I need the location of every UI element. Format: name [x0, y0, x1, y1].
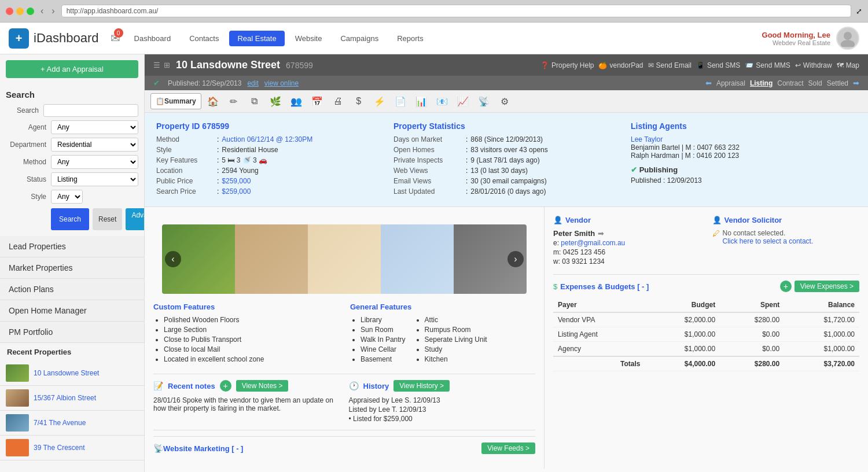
nav-real-estate[interactable]: Real Estate [229, 31, 284, 46]
recent-prop-item[interactable]: 39 The Crescent [0, 436, 144, 460]
property-title: 10 Lansdowne Street [176, 59, 280, 71]
avatar[interactable] [836, 27, 859, 50]
map-btn[interactable]: 🗺 Map [837, 61, 859, 69]
expenses-table-header: Payer Budget Spent Balance [553, 298, 859, 312]
view-history-button[interactable]: View History > [393, 380, 450, 392]
stage-appraisal[interactable]: Appraisal [716, 79, 745, 87]
vendorpad-btn[interactable]: 🍊 vendorPad [598, 61, 643, 69]
sidebar-item-action-plans[interactable]: Action Plans [0, 279, 144, 300]
back-button[interactable]: ‹ [39, 6, 45, 16]
gallery-next-button[interactable]: › [507, 251, 524, 267]
toolbar-btn-12[interactable]: 📊 [412, 93, 431, 109]
people-icon: 👥 [290, 96, 302, 107]
toolbar-btn-14[interactable]: 📈 [454, 93, 472, 109]
stage-next-arrow[interactable]: ➡ [853, 79, 859, 87]
gallery-prev-button[interactable]: ‹ [165, 251, 181, 267]
toolbar-btn-8[interactable]: 🖨 [329, 93, 347, 109]
view-feeds-button[interactable]: View Feeds > [481, 443, 535, 454]
stage-listing[interactable]: Listing [750, 79, 773, 87]
advanced-button[interactable]: Advanced ▶ [126, 208, 145, 230]
toolbar-btn-13[interactable]: 📧 [433, 93, 451, 109]
search-price-row: Search Price : $259,000 [156, 187, 382, 196]
totals-spent: $280.00 [720, 356, 784, 371]
totals-balance: $3,720.00 [784, 356, 859, 371]
stage-settled[interactable]: Settled [827, 79, 848, 87]
list-icon[interactable]: ☰ [153, 61, 160, 69]
recent-prop-name: 10 Lansdowne Street [34, 369, 99, 377]
published-check-icon: ✔ [153, 79, 160, 87]
toolbar-btn-4[interactable]: ⧉ [245, 93, 264, 109]
close-button[interactable] [6, 8, 13, 15]
vendor-work-row: w: 03 9321 1234 [553, 257, 701, 266]
toolbar-summary-btn[interactable]: 📋 Summary [150, 93, 201, 109]
grid-icon[interactable]: ⊞ [164, 61, 170, 69]
view-expenses-button[interactable]: View Expenses > [795, 281, 859, 292]
expenses-title-row: $ Expenses & Budgets [ - ] [553, 282, 649, 291]
toolbar-btn-7[interactable]: 📅 [308, 93, 326, 109]
url-bar[interactable]: http://app.idashboard.com.au/ [61, 5, 851, 17]
withdraw-btn[interactable]: ↩ Withdraw [795, 61, 832, 69]
stage-sold[interactable]: Sold [808, 79, 822, 87]
notification-bell[interactable]: ✉ 0 [111, 31, 120, 45]
toolbar-btn-6[interactable]: 👥 [287, 93, 306, 109]
toolbar-btn-10[interactable]: ⚡ [370, 93, 389, 109]
toolbar-btn-15[interactable]: 📡 [475, 93, 493, 109]
view-online-link[interactable]: view online [264, 79, 299, 87]
status-select[interactable]: Listing [51, 172, 138, 186]
method-select[interactable]: Any [51, 155, 138, 169]
search-input[interactable] [43, 104, 138, 117]
minimize-button[interactable] [16, 8, 24, 15]
expenses-actions: + View Expenses > [780, 281, 859, 292]
nav-contacts[interactable]: Contacts [181, 31, 227, 46]
table-row: Agency $1,000.00 $0.00 $1,000.00 [553, 342, 859, 357]
maximize-button[interactable] [27, 8, 34, 15]
vendor-email-link[interactable]: peter@gmail.com.au [561, 239, 625, 247]
stage-contract[interactable]: Contract [777, 79, 803, 87]
toolbar-btn-2[interactable]: 🏠 [204, 93, 222, 109]
recent-prop-item[interactable]: 15/367 Albion Street [0, 386, 144, 411]
sidebar-item-lead-properties[interactable]: Lead Properties [0, 236, 144, 257]
add-expense-button[interactable]: + [780, 281, 792, 292]
recent-prop-item[interactable]: 10 Lansdowne Street [0, 361, 144, 386]
toolbar-btn-16[interactable]: ⚙ [495, 93, 514, 109]
send-mms-btn[interactable]: 📨 Send MMS [745, 61, 790, 69]
method-row: Method Any [6, 155, 138, 169]
add-appraisal-button[interactable]: + Add an Appraisal [6, 60, 138, 78]
recent-prop-item[interactable]: 7/41 The Avenue [0, 411, 144, 436]
vendor-mobile: 0425 123 456 [563, 248, 605, 256]
toolbar-btn-3[interactable]: ✏ [225, 93, 243, 109]
agent-select[interactable]: Any [51, 120, 138, 134]
general-features-col: General Features Library Sun Room Walk I… [350, 303, 535, 365]
add-note-button[interactable]: + [220, 380, 231, 392]
nav-campaigns[interactable]: Campaigns [332, 31, 387, 46]
send-email-btn[interactable]: ✉ Send Email [648, 61, 692, 69]
nav-website[interactable]: Website [287, 31, 330, 46]
send-sms-btn[interactable]: 📱 Send SMS [696, 61, 740, 69]
balance-cell: $1,000.00 [784, 342, 859, 357]
col-balance: Balance [784, 298, 859, 312]
email-views-row: Email Views : 30 (30 email campaigns) [393, 177, 619, 185]
view-notes-button[interactable]: View Notes > [236, 380, 289, 392]
nav-reports[interactable]: Reports [389, 31, 432, 46]
stage-prev-arrow[interactable]: ⬅ [705, 79, 712, 87]
toolbar-btn-11[interactable]: 📄 [391, 93, 410, 109]
nav-dashboard[interactable]: Dashboard [126, 31, 179, 46]
toolbar-btn-5[interactable]: 🌿 [266, 93, 285, 109]
style-select[interactable]: Any [51, 190, 83, 204]
forward-button[interactable]: › [50, 6, 56, 16]
vendor-solicitor-click[interactable]: Click here to select a contact. [723, 237, 814, 245]
reset-button[interactable]: Reset [93, 208, 122, 230]
col-budget: Budget [645, 298, 720, 312]
sidebar-item-market-properties[interactable]: Market Properties [0, 257, 144, 279]
sidebar-item-pm-portfolio[interactable]: PM Portfolio [0, 322, 144, 343]
list-item: Library [361, 316, 406, 324]
sidebar-item-open-home-manager[interactable]: Open Home Manager [0, 300, 144, 322]
key-features-value: 5 🛏 3 🚿 3 🚗 [222, 156, 267, 164]
public-price-value: $259,000 [222, 177, 251, 185]
edit-link[interactable]: edit [247, 79, 258, 87]
search-button[interactable]: Search [51, 208, 89, 230]
property-help-btn[interactable]: ❓ Property Help [540, 61, 594, 69]
toolbar-btn-9[interactable]: $ [350, 93, 368, 109]
expenses-table-body: Vendor VPA $2,000.00 $280.00 $1,720.00 L… [553, 312, 859, 371]
department-select[interactable]: Residential [51, 138, 138, 152]
